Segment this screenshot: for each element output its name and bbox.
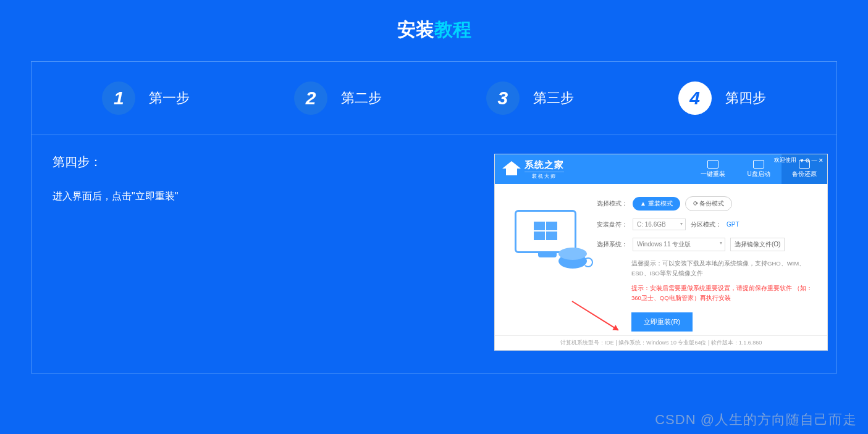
refresh-arrow-icon	[583, 257, 593, 267]
mode-label: 选择模式：	[596, 199, 628, 208]
step-1[interactable]: 1 第一步	[102, 81, 190, 115]
window-controls: 欢迎使用 ♥ ⚙ — ✕	[774, 156, 824, 164]
tab-usb-label: U盘启动	[747, 170, 770, 178]
step-description: 进入界面后，点击"立即重装"	[53, 188, 374, 206]
info-note: 温馨提示：可以安装下载及本地的系统镜像，支持GHO、WIM、ESD、ISO等常见…	[596, 259, 819, 278]
warning-note: 提示：安装后需要重做系统重要设置，请提前保存重要软件 （如：360卫士、QQ电脑…	[596, 283, 819, 303]
step-2-number: 2	[294, 81, 327, 115]
partition-label: 分区模式：	[691, 220, 722, 229]
app-logo-text: 系统之家	[525, 159, 564, 170]
step-4[interactable]: 4 第四步	[678, 81, 766, 115]
disk-label: 安装盘符：	[596, 220, 628, 229]
step-heading: 第四步：	[53, 154, 374, 170]
window-control-icons[interactable]: ♥ ⚙ — ✕	[800, 157, 824, 164]
backup-mode-button[interactable]: ⟳ 备份模式	[685, 196, 733, 211]
app-body: 选择模式： ▲ 重装模式 ⟳ 备份模式 安装盘符： C: 16.6GB 分区模式…	[495, 184, 827, 335]
step-2[interactable]: 2 第二步	[294, 81, 382, 115]
step-3-number: 3	[486, 81, 520, 115]
title-part1: 安装	[397, 19, 434, 40]
app-footer: 计算机系统型号：IDE | 操作系统：Windows 10 专业版64位 | 软…	[495, 335, 827, 350]
app-window: 系统之家 装机大师 一键重装 U盘启动	[494, 154, 828, 351]
app-logo: 系统之家 装机大师	[495, 154, 571, 184]
screenshot-area: 系统之家 装机大师 一键重装 U盘启动	[389, 154, 828, 351]
watermark: CSDN @人生的方向随自己而走	[655, 411, 857, 429]
windows-flag-icon	[534, 222, 557, 240]
title-part2: 教程	[434, 19, 471, 40]
help-link[interactable]: 欢迎使用	[774, 156, 796, 164]
disk-select[interactable]: C: 16.6GB	[633, 219, 686, 230]
house-icon	[502, 160, 521, 178]
content-panel: 第四步： 进入界面后，点击"立即重装" 系统之家 装机大师	[32, 135, 836, 373]
usb-icon	[753, 160, 764, 169]
step-3-label: 第三步	[533, 89, 574, 107]
step-4-number: 4	[678, 81, 712, 115]
tab-reinstall-label: 一键重装	[701, 170, 725, 178]
install-mode-button[interactable]: ▲ 重装模式	[633, 197, 680, 211]
step-1-number: 1	[102, 81, 135, 115]
system-select[interactable]: Windows 11 专业版	[633, 238, 725, 251]
tutorial-container: 1 第一步 2 第二步 3 第三步 4 第四步 第四步： 进入界面后，点击"立即…	[31, 61, 837, 373]
monitor-illustration	[515, 210, 576, 253]
app-logo-subtitle: 装机大师	[525, 172, 564, 180]
system-row: 选择系统： Windows 11 专业版 选择镜像文件(O)	[596, 238, 819, 251]
system-label: 选择系统：	[596, 240, 628, 249]
app-header: 系统之家 装机大师 一键重装 U盘启动	[495, 154, 827, 184]
browse-button[interactable]: 选择镜像文件(O)	[730, 238, 785, 251]
step-1-label: 第一步	[149, 89, 190, 107]
illustration	[504, 196, 587, 332]
warning-text: 提示：安装后需要重做系统重要设置，请提前保存重要软件 （如：360卫士、QQ电脑…	[631, 285, 812, 301]
page-title: 安装教程	[0, 0, 868, 61]
step-3[interactable]: 3 第三步	[486, 81, 574, 115]
partition-value: GPT	[727, 221, 739, 228]
step-2-label: 第二步	[341, 89, 382, 107]
disk-row: 安装盘符： C: 16.6GB 分区模式： GPT	[596, 219, 819, 230]
tab-reinstall[interactable]: 一键重装	[690, 154, 736, 184]
tab-backup-label: 备份还原	[792, 170, 817, 178]
step-4-label: 第四步	[725, 89, 766, 107]
monitor-icon	[707, 160, 718, 169]
disk-icon	[558, 254, 587, 269]
mode-row: 选择模式： ▲ 重装模式 ⟳ 备份模式	[596, 196, 819, 211]
content-text: 第四步： 进入界面后，点击"立即重装"	[53, 154, 374, 351]
steps-nav: 1 第一步 2 第二步 3 第三步 4 第四步	[32, 62, 836, 135]
install-now-button[interactable]: 立即重装(R)	[631, 312, 693, 332]
form-panel: 选择模式： ▲ 重装模式 ⟳ 备份模式 安装盘符： C: 16.6GB 分区模式…	[596, 196, 819, 332]
